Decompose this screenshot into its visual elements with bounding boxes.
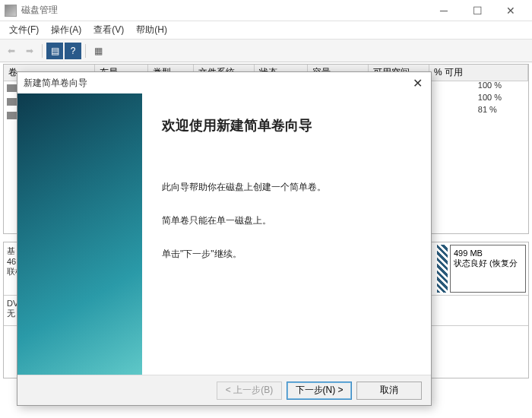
partition[interactable]: 499 MB 状态良好 (恢复分: [450, 245, 526, 293]
cancel-button[interactable]: 取消: [356, 382, 422, 400]
forward-icon: ➡: [21, 43, 38, 59]
pct-value: 100 %: [478, 91, 502, 103]
maximize-button[interactable]: ☐: [461, 0, 494, 21]
wizard-side-banner: [17, 93, 142, 375]
help-icon[interactable]: ?: [65, 43, 81, 59]
toolbar: ⬅ ➡ ▤ ? ▦: [0, 40, 532, 62]
wizard-body: 欢迎使用新建简单卷向导 此向导帮助你在磁盘上创建一个简单卷。 简单卷只能在单一磁…: [17, 93, 431, 375]
volume-icon: [7, 84, 17, 92]
back-button: < 上一步(B): [217, 382, 282, 400]
wizard-text-1: 此向导帮助你在磁盘上创建一个简单卷。: [162, 180, 411, 194]
wizard-text-2: 简单卷只能在单一磁盘上。: [162, 214, 411, 227]
menu-bar: 文件(F) 操作(A) 查看(V) 帮助(H): [0, 21, 532, 40]
app-icon: [5, 5, 17, 17]
menu-file[interactable]: 文件(F): [3, 22, 45, 38]
wizard-heading: 欢迎使用新建简单卷向导: [162, 116, 411, 135]
wizard-title-bar: 新建简单卷向导 ✕: [17, 72, 431, 93]
back-icon: ⬅: [3, 43, 20, 59]
wizard-content: 欢迎使用新建简单卷向导 此向导帮助你在磁盘上创建一个简单卷。 简单卷只能在单一磁…: [142, 93, 431, 375]
pct-values: 100 % 100 % 81 %: [478, 79, 502, 116]
partition-stripe: [437, 245, 448, 293]
window-controls: ─ ☐ ✕: [427, 0, 527, 21]
window-title: 磁盘管理: [21, 4, 427, 17]
pct-value: 81 %: [478, 103, 502, 116]
col-pct[interactable]: % 可用: [429, 65, 528, 81]
pct-value: 100 %: [478, 79, 502, 91]
volume-icon: [7, 98, 17, 106]
menu-action[interactable]: 操作(A): [45, 22, 87, 38]
next-button[interactable]: 下一步(N) >: [287, 382, 352, 400]
partition-size: 499 MB: [454, 249, 522, 258]
menu-view[interactable]: 查看(V): [87, 22, 130, 38]
wizard-text-3: 单击"下一步"继续。: [162, 247, 411, 261]
menu-help[interactable]: 帮助(H): [130, 22, 173, 38]
refresh-icon[interactable]: ▦: [90, 43, 106, 59]
separator: [42, 44, 43, 58]
minimize-button[interactable]: ─: [427, 0, 461, 21]
separator: [85, 44, 86, 58]
close-button[interactable]: ✕: [494, 0, 527, 21]
wizard-title: 新建简单卷向导: [24, 77, 410, 90]
partition-status: 状态良好 (恢复分: [454, 258, 522, 269]
new-simple-volume-wizard: 新建简单卷向导 ✕ 欢迎使用新建简单卷向导 此向导帮助你在磁盘上创建一个简单卷。…: [17, 71, 432, 406]
volume-icon: [7, 112, 17, 119]
title-bar: 磁盘管理 ─ ☐ ✕: [0, 0, 532, 21]
view-icon[interactable]: ▤: [46, 43, 63, 59]
wizard-close-icon[interactable]: ✕: [410, 76, 425, 90]
wizard-buttons: < 上一步(B) 下一步(N) > 取消: [17, 375, 431, 405]
